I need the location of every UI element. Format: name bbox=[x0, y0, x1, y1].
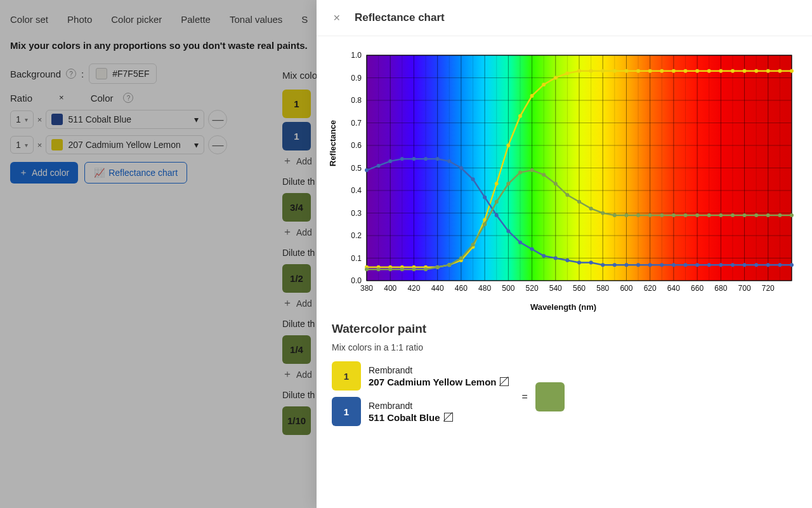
svg-point-134 bbox=[365, 168, 369, 172]
swatch-yellow[interactable]: 1 bbox=[282, 90, 311, 118]
svg-point-130 bbox=[754, 69, 758, 73]
svg-point-115 bbox=[577, 69, 581, 73]
svg-text:420: 420 bbox=[407, 284, 420, 293]
background-label: Background bbox=[10, 69, 61, 79]
plus-icon: ＋ bbox=[282, 154, 292, 168]
svg-point-176 bbox=[424, 267, 428, 271]
x-axis-label: Wavelength (nm) bbox=[530, 302, 596, 312]
swatch-1-2[interactable]: 1/2 bbox=[282, 264, 311, 293]
svg-point-121 bbox=[648, 69, 652, 73]
reflectance-chart-button[interactable]: 📈Reflectance chart bbox=[84, 162, 187, 184]
color-swatch-yellow bbox=[51, 139, 63, 150]
svg-text:0.8: 0.8 bbox=[351, 96, 362, 105]
swatch-blue[interactable]: 1 bbox=[282, 122, 311, 150]
svg-text:1.0: 1.0 bbox=[351, 51, 362, 60]
plus-icon: ＋ bbox=[282, 368, 292, 381]
svg-point-193 bbox=[624, 213, 628, 217]
svg-point-183 bbox=[506, 182, 510, 185]
svg-point-195 bbox=[648, 213, 652, 217]
svg-text:700: 700 bbox=[738, 284, 751, 293]
svg-point-142 bbox=[459, 166, 463, 170]
svg-point-154 bbox=[601, 263, 605, 267]
svg-text:660: 660 bbox=[691, 284, 704, 293]
svg-text:480: 480 bbox=[478, 284, 491, 293]
svg-text:0.9: 0.9 bbox=[351, 74, 362, 83]
reflectance-drawer: ✕ Reflectance chart 38040042044046048050… bbox=[317, 0, 812, 508]
drawer-header: ✕ Reflectance chart bbox=[317, 0, 812, 36]
equals-sign: = bbox=[521, 391, 527, 403]
color-label: Color bbox=[91, 93, 114, 104]
svg-point-204 bbox=[754, 213, 758, 217]
svg-point-196 bbox=[660, 213, 664, 217]
paint-swatch-yellow: 1 bbox=[332, 361, 361, 391]
help-icon[interactable]: ? bbox=[66, 69, 76, 79]
ratio-select-1[interactable]: 1▾ bbox=[10, 110, 34, 128]
ratio-label: Ratio bbox=[10, 93, 32, 104]
svg-text:0.3: 0.3 bbox=[351, 209, 362, 218]
svg-point-184 bbox=[518, 171, 522, 175]
svg-point-202 bbox=[731, 213, 735, 217]
paint-info-1: Rembrandt 207 Cadmium Yellow Lemon bbox=[369, 365, 509, 387]
svg-point-155 bbox=[613, 263, 617, 267]
svg-point-167 bbox=[754, 263, 758, 267]
svg-point-172 bbox=[377, 267, 381, 271]
ratio-select-2[interactable]: 1▾ bbox=[10, 136, 34, 154]
external-icon[interactable] bbox=[500, 377, 509, 386]
color-select-1[interactable]: 511 Cobalt Blue▾ bbox=[46, 110, 204, 129]
background-input[interactable]: #F7F5EF bbox=[89, 64, 156, 84]
swatch-3-4[interactable]: 3/4 bbox=[282, 193, 311, 222]
svg-text:520: 520 bbox=[526, 284, 539, 293]
swatch-1-4[interactable]: 1/4 bbox=[282, 335, 311, 364]
tab-palette[interactable]: Palette bbox=[181, 14, 211, 25]
svg-point-192 bbox=[613, 213, 617, 217]
svg-text:640: 640 bbox=[667, 284, 680, 293]
svg-point-133 bbox=[790, 69, 794, 73]
chevron-down-icon: ▾ bbox=[194, 114, 199, 124]
close-icon[interactable]: ✕ bbox=[329, 10, 344, 25]
svg-text:0.5: 0.5 bbox=[351, 164, 362, 173]
svg-point-158 bbox=[648, 263, 652, 267]
svg-point-157 bbox=[636, 263, 640, 267]
svg-point-150 bbox=[554, 257, 558, 260]
svg-point-131 bbox=[766, 69, 770, 73]
svg-text:560: 560 bbox=[573, 284, 586, 293]
svg-point-162 bbox=[695, 263, 699, 267]
color-select-2[interactable]: 207 Cadmium Yellow Lemon▾ bbox=[46, 135, 204, 154]
svg-point-169 bbox=[778, 263, 782, 267]
svg-point-149 bbox=[542, 254, 546, 258]
svg-point-127 bbox=[719, 69, 723, 73]
svg-point-152 bbox=[577, 261, 581, 265]
svg-point-112 bbox=[542, 83, 546, 86]
plus-icon: ＋ bbox=[282, 297, 292, 310]
tab-color-picker[interactable]: Color picker bbox=[111, 14, 162, 25]
svg-point-181 bbox=[483, 222, 487, 226]
svg-point-119 bbox=[624, 69, 628, 73]
help-icon[interactable]: ? bbox=[123, 93, 133, 103]
swatch-1-10[interactable]: 1/10 bbox=[282, 406, 311, 435]
svg-point-122 bbox=[660, 69, 664, 73]
svg-point-174 bbox=[400, 267, 404, 271]
external-icon[interactable] bbox=[444, 413, 453, 422]
svg-point-163 bbox=[707, 263, 711, 267]
remove-button-1[interactable]: — bbox=[208, 110, 227, 129]
chart-icon: 📈 bbox=[94, 168, 105, 178]
svg-point-200 bbox=[707, 213, 711, 217]
tab-tonal-values[interactable]: Tonal values bbox=[230, 14, 282, 25]
remove-button-2[interactable]: — bbox=[208, 135, 227, 154]
add-color-button[interactable]: ＋Add color bbox=[10, 162, 78, 184]
tab-photo[interactable]: Photo bbox=[67, 14, 92, 25]
svg-point-180 bbox=[471, 243, 475, 246]
tab-color-set[interactable]: Color set bbox=[10, 14, 48, 25]
chevron-down-icon: ▾ bbox=[25, 142, 28, 149]
tab-more[interactable]: S bbox=[301, 14, 308, 25]
paint-name-1: 207 Cadmium Yellow Lemon bbox=[369, 377, 509, 387]
svg-text:0.6: 0.6 bbox=[351, 141, 362, 150]
paint-inputs: 1 Rembrandt 207 Cadmium Yellow Lemon 1 R… bbox=[332, 361, 509, 432]
svg-text:580: 580 bbox=[596, 284, 609, 293]
svg-text:460: 460 bbox=[455, 284, 468, 293]
svg-point-203 bbox=[743, 213, 747, 217]
svg-point-114 bbox=[565, 71, 569, 75]
paint-line-1: 1 Rembrandt 207 Cadmium Yellow Lemon bbox=[332, 361, 509, 391]
svg-point-116 bbox=[589, 69, 593, 73]
svg-point-168 bbox=[766, 263, 770, 267]
